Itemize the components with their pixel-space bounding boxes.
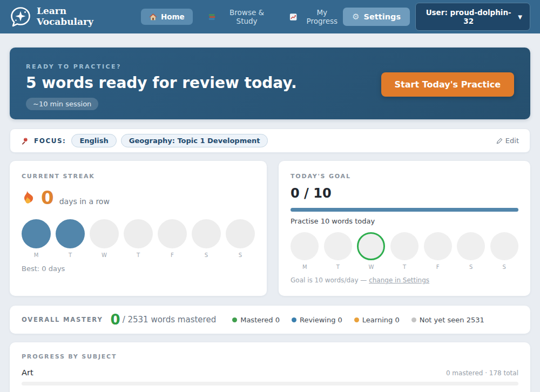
subject-row: Art 0 mastered · 178 total	[22, 368, 518, 386]
day-circle	[424, 232, 452, 260]
day-label: M	[302, 264, 307, 270]
streak-day-cell: M	[22, 219, 51, 258]
day-label: T	[336, 264, 340, 270]
streak-day-cell: W	[90, 219, 119, 258]
logo-icon	[10, 6, 31, 28]
legend-dot-icon	[232, 317, 237, 322]
subject-stats: 0 mastered · 178 total	[446, 369, 518, 377]
day-label: M	[34, 252, 39, 258]
streak-count: 0	[41, 187, 54, 208]
day-circle	[90, 219, 119, 248]
day-label: S	[469, 264, 473, 270]
focus-pill[interactable]: Geography: Topic 1 Development	[121, 134, 268, 147]
mastery-title: OVERALL MASTERY	[22, 316, 103, 323]
day-label: W	[369, 264, 374, 270]
goal-progress-text: 0 / 10	[291, 186, 518, 201]
nav-item-home[interactable]: Home	[141, 9, 193, 25]
goal-card-title: TODAY'S GOAL	[291, 173, 518, 180]
best-streak-text: Best: 0 days	[22, 265, 255, 273]
books-icon	[208, 13, 215, 21]
legend-item: Mastered 0	[232, 316, 280, 324]
day-circle	[390, 232, 418, 260]
settings-label: Settings	[364, 12, 401, 21]
nav-label: My Progress	[301, 8, 343, 25]
day-circle	[324, 232, 352, 260]
focus-label: FOCUS:	[34, 137, 66, 145]
subject-progress-track	[22, 382, 518, 386]
focus-bar: FOCUS: English Geography: Topic 1 Develo…	[10, 129, 530, 153]
legend-item: Reviewing 0	[292, 316, 342, 324]
nav-item-browse-study[interactable]: Browse & Study	[208, 8, 275, 25]
goal-progress-bar	[291, 208, 518, 212]
streak-summary: 0 days in a row	[22, 187, 255, 208]
todays-goal-card: TODAY'S GOAL 0 / 10 Practise 10 words to…	[279, 161, 530, 296]
streak-day-cell: T	[124, 219, 153, 258]
edit-focus-link[interactable]: Edit	[496, 137, 519, 145]
legend-label: Not yet seen 2531	[420, 316, 484, 324]
main-content: READY TO PRACTICE? 5 words ready for rev…	[0, 48, 540, 392]
day-label: W	[102, 252, 107, 258]
goal-day-cell: S	[457, 232, 485, 270]
focus-pill[interactable]: English	[71, 134, 116, 147]
nav-label: Home	[161, 12, 185, 21]
progress-by-subject-card: PROGRESS BY SUBJECT Art 0 mastered · 178…	[10, 342, 530, 392]
goal-day-cell: S	[490, 232, 518, 270]
settings-button[interactable]: ⚙ Settings	[343, 8, 410, 26]
day-label: S	[205, 252, 208, 258]
flame-icon	[22, 190, 36, 206]
overall-mastery-bar: OVERALL MASTERY 0 / 2531 words mastered …	[10, 306, 530, 334]
day-label: T	[403, 264, 406, 270]
navbar-right: ⚙ Settings User: proud-dolphin-32 ▼	[343, 3, 530, 31]
current-streak-card: CURRENT STREAK 0 days in a row M	[10, 161, 267, 296]
goal-week-row: M T W T	[291, 232, 518, 270]
day-label: S	[503, 264, 506, 270]
chart-icon	[289, 13, 297, 21]
pencil-icon	[496, 138, 503, 144]
goal-day-cell: T	[390, 232, 419, 270]
nav-item-my-progress[interactable]: My Progress	[289, 8, 343, 25]
day-circle	[357, 232, 385, 260]
day-circle	[457, 232, 485, 260]
subject-rows: Art 0 mastered · 178 total Computer Stud…	[22, 368, 518, 392]
legend-dot-icon	[411, 317, 416, 322]
streak-card-title: CURRENT STREAK	[22, 173, 255, 180]
day-circle	[192, 219, 221, 248]
user-menu-button[interactable]: User: proud-dolphin-32 ▼	[415, 3, 530, 31]
gear-icon: ⚙	[352, 13, 359, 21]
logo[interactable]: Learn Vocabulary	[10, 6, 93, 28]
goal-day-cell: W	[357, 232, 386, 270]
start-practice-button[interactable]: Start Today's Practice	[381, 72, 514, 97]
goal-footnote: Goal is 10 words/day — change in Setting…	[291, 276, 518, 284]
subjects-title: PROGRESS BY SUBJECT	[22, 353, 518, 360]
subject-name: Art	[22, 368, 33, 377]
legend-dot-icon	[292, 317, 296, 322]
session-length-badge: ~10 min session	[26, 98, 98, 110]
day-circle	[158, 219, 187, 248]
mastery-count: 0	[111, 312, 120, 328]
day-circle	[226, 219, 255, 248]
practice-hero-banner: READY TO PRACTICE? 5 words ready for rev…	[10, 48, 530, 119]
cards-row: CURRENT STREAK 0 days in a row M	[10, 161, 530, 296]
legend-item: Not yet seen 2531	[411, 316, 484, 324]
goal-day-cell: T	[324, 232, 353, 270]
streak-day-cell: S	[192, 219, 221, 258]
day-label: F	[436, 264, 440, 270]
caret-down-icon: ▼	[518, 14, 522, 20]
home-icon	[149, 13, 157, 21]
day-label: T	[137, 252, 140, 258]
main-nav: Home Browse & Study My Progress	[141, 8, 343, 25]
streak-day-cell: S	[226, 219, 255, 258]
mastery-legend: Mastered 0 Reviewing 0 Learning 0 Not ye…	[232, 316, 484, 324]
streak-week-row: M T W T	[22, 219, 255, 258]
hero-kicker: READY TO PRACTICE?	[26, 63, 514, 70]
legend-label: Learning 0	[362, 316, 400, 324]
day-circle	[291, 232, 319, 260]
day-label: F	[171, 252, 174, 258]
day-circle	[22, 219, 51, 248]
legend-item: Learning 0	[354, 316, 400, 324]
legend-dot-icon	[354, 317, 359, 322]
goal-day-cell: F	[423, 232, 452, 270]
change-goal-settings-link[interactable]: change in Settings	[369, 276, 429, 284]
nav-label: Browse & Study	[219, 8, 274, 25]
day-label: T	[69, 252, 72, 258]
